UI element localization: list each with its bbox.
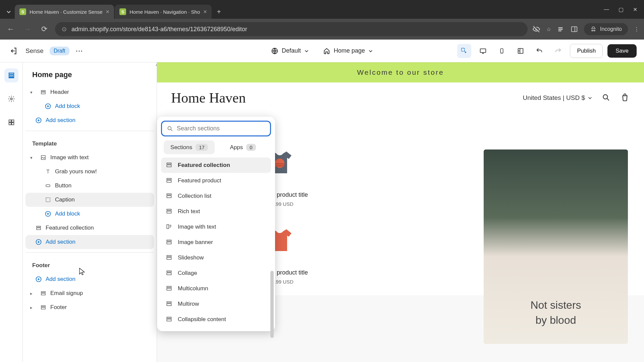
outline-image-with-text[interactable]: ▾ Image with text — [25, 150, 154, 165]
tab-search-dropdown[interactable] — [3, 6, 15, 18]
bookmark-icon[interactable]: ☆ — [546, 26, 551, 33]
outline-footer-section[interactable]: ▸ Footer — [25, 300, 154, 314]
svg-rect-3 — [572, 27, 577, 32]
svg-rect-2 — [558, 31, 561, 32]
search-icon[interactable] — [602, 93, 611, 103]
viewport-selector[interactable]: Default — [271, 47, 309, 55]
outline-header-section[interactable]: ▾ Header — [25, 85, 154, 99]
picker-item-featured-collection[interactable]: Featured collection — [161, 158, 271, 173]
section-search-field[interactable] — [161, 121, 271, 136]
svg-rect-61 — [167, 273, 171, 275]
picker-label: Featured product — [178, 177, 221, 184]
add-section-button[interactable]: Add section — [25, 113, 154, 127]
image-icon — [40, 154, 47, 161]
sections-tab[interactable]: Sections 17 — [164, 140, 215, 154]
page-selector[interactable]: Home page — [323, 47, 373, 55]
outline-featured-collection[interactable]: Featured collection — [25, 221, 154, 235]
minimize-button[interactable]: — — [604, 6, 609, 13]
section-search-input[interactable] — [177, 125, 265, 132]
exit-editor-button[interactable] — [7, 45, 19, 57]
svg-rect-44 — [275, 163, 284, 165]
extensions-icon[interactable] — [557, 25, 565, 33]
cart-icon[interactable] — [621, 93, 630, 103]
redo-button[interactable] — [551, 44, 565, 58]
mobile-view-button[interactable] — [495, 44, 509, 58]
browser-tab[interactable]: S Home Haven · Navigation · Sho × — [115, 5, 212, 19]
close-window-button[interactable]: ✕ — [633, 6, 637, 13]
tree-label: Footer — [50, 304, 67, 311]
svg-rect-25 — [41, 156, 45, 160]
reload-button[interactable]: ⟳ — [38, 23, 50, 35]
divider — [25, 131, 154, 131]
app-embeds-rail-button[interactable] — [4, 115, 18, 129]
tree-label: Add section — [46, 276, 75, 283]
publish-button[interactable]: Publish — [570, 44, 603, 58]
back-button[interactable]: ← — [5, 23, 17, 35]
incognito-icon — [590, 26, 597, 33]
svg-point-46 — [168, 126, 171, 130]
store-title[interactable]: Home Haven — [171, 90, 246, 106]
picker-item-featured-product[interactable]: Featured product — [161, 173, 271, 188]
plus-circle-icon — [35, 117, 42, 124]
add-section-button[interactable]: Add section — [25, 272, 154, 286]
picker-label: Multicolumn — [178, 285, 208, 292]
tab-close-button[interactable]: × — [203, 8, 207, 15]
picker-scrollbar[interactable] — [270, 271, 274, 338]
more-actions-button[interactable]: ⋯ — [75, 47, 83, 55]
desktop-view-button[interactable] — [476, 44, 490, 58]
picker-item-multicolumn[interactable]: Multicolumn — [161, 281, 271, 296]
outline-email-signup[interactable]: ▸ Email signup — [25, 286, 154, 300]
picker-label: Multirow — [178, 301, 199, 307]
add-block-button[interactable]: Add block — [25, 207, 154, 221]
browser-address-bar: ← → ⟳ ⊙ admin.shopify.com/store/de8143-a… — [0, 19, 644, 40]
announcement-bar[interactable]: Welcome to our store — [157, 62, 644, 82]
picker-item-multirow[interactable]: Multirow — [161, 296, 271, 312]
tab-count: 17 — [196, 144, 208, 151]
url-input[interactable]: ⊙ admin.shopify.com/store/de8143-a6/them… — [55, 22, 528, 36]
apps-tab[interactable]: Apps 0 — [217, 140, 268, 154]
add-block-button[interactable]: Add block — [25, 99, 154, 113]
tree-label: Button — [55, 182, 71, 189]
picker-label: Collage — [178, 270, 197, 277]
save-button[interactable]: Save — [607, 44, 637, 58]
store-header: Home Haven United States | USD $ — [157, 82, 644, 113]
picker-item-slideshow[interactable]: Slideshow — [161, 250, 271, 265]
outline-block-caption[interactable]: Caption — [25, 193, 154, 207]
svg-rect-60 — [167, 271, 171, 272]
theme-settings-rail-button[interactable] — [4, 92, 18, 106]
add-section-button-active[interactable]: Add section — [25, 235, 154, 249]
svg-rect-56 — [167, 240, 171, 241]
svg-rect-47 — [167, 163, 171, 164]
browser-menu-button[interactable]: ⋮ — [634, 26, 639, 33]
site-info-icon[interactable]: ⊙ — [62, 25, 67, 33]
picker-item-collection-list[interactable]: Collection list — [161, 188, 271, 204]
undo-button[interactable] — [532, 44, 546, 58]
browser-tab-active[interactable]: S Home Haven · Customize Sense × — [15, 5, 114, 19]
chevron-down-icon — [6, 9, 11, 14]
maximize-button[interactable]: ▢ — [619, 6, 624, 13]
footer-heading: Footer — [25, 256, 154, 272]
picker-item-collapsible-content[interactable]: Collapsible content — [161, 312, 271, 327]
locale-selector[interactable]: United States | USD $ — [523, 94, 592, 102]
picker-item-rich-text[interactable]: Rich text — [161, 204, 271, 219]
tab-title: Home Haven · Navigation · Sho — [129, 9, 200, 15]
picker-item-collage[interactable]: Collage — [161, 265, 271, 281]
section-icon — [166, 208, 173, 215]
image-with-text-preview[interactable]: Not sisters by blood — [484, 149, 628, 344]
tab-close-button[interactable]: × — [106, 8, 110, 15]
outline-block-button[interactable]: Button — [25, 179, 154, 193]
incognito-badge[interactable]: Incognito — [584, 23, 628, 35]
eye-off-icon[interactable] — [532, 25, 540, 33]
picker-item-image-with-text[interactable]: Image with text — [161, 219, 271, 235]
picker-item-image-banner[interactable]: Image banner — [161, 235, 271, 250]
new-tab-button[interactable]: + — [212, 8, 226, 16]
sections-rail-button[interactable] — [4, 68, 18, 82]
outline-block-heading[interactable]: Grab yours now! — [25, 165, 154, 179]
fullscreen-view-button[interactable] — [514, 44, 528, 58]
svg-rect-7 — [480, 49, 486, 52]
forward-button[interactable]: → — [21, 23, 34, 35]
inspector-toggle[interactable] — [457, 44, 471, 58]
page-label: Home page — [334, 47, 365, 54]
tree-label: Caption — [55, 196, 75, 203]
side-panel-icon[interactable] — [571, 25, 578, 33]
